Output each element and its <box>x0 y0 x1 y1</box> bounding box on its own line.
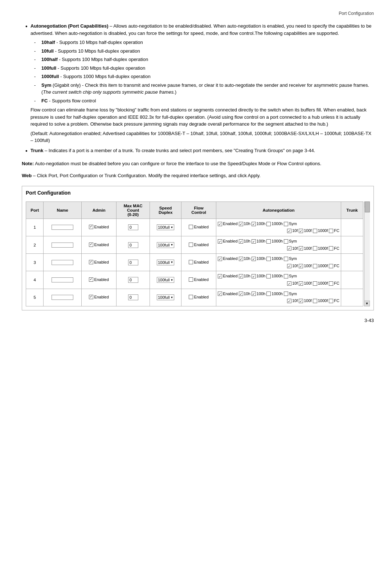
cell-max-mac[interactable]: 0 <box>117 236 150 254</box>
cell-autoneg[interactable]: Enabled 10h 100h 1000h Sym 10f 100f 1000… <box>216 219 341 236</box>
col-max-mac: Max MACCount(0-20) <box>117 201 150 219</box>
col-admin: Admin <box>82 201 117 219</box>
cell-autoneg[interactable]: Enabled 10h 100h 1000h Sym 10f 100f 1000… <box>216 289 341 306</box>
cell-admin[interactable]: Enabled <box>82 289 117 306</box>
bullet-autoneg-content: Autonegotiation (Port Capabilities) – Al… <box>30 23 374 144</box>
cell-admin[interactable]: Enabled <box>82 219 117 236</box>
cell-admin[interactable]: Enabled <box>82 271 117 289</box>
sub-item-fc: - FC - Supports flow control <box>34 97 374 105</box>
sub-capabilities-list: - 10half - Supports 10 Mbps half-duplex … <box>30 39 374 104</box>
scrollbar-thumb[interactable] <box>365 201 370 212</box>
table-header-row: Port Name Admin Max MACCount(0-20) Speed… <box>26 201 363 219</box>
table-row: 4 Enabled0100full ▼ Enabled Enabled 10h … <box>26 271 363 289</box>
cell-name[interactable] <box>44 289 82 306</box>
col-autoneg: Autonegotiation <box>216 201 341 219</box>
cell-name[interactable] <box>44 254 82 271</box>
sub-item-100full: - 100full - Supports 100 Mbps full-duple… <box>34 65 374 72</box>
bullet-dot: • <box>25 23 30 144</box>
table-wrapper: ▲ ▼ Port Name Admin Max MACCount(0-20) S… <box>26 201 370 306</box>
table-row: 5 Enabled0100full ▼ Enabled Enabled 10h … <box>26 289 363 306</box>
sub-item-1000full: - 1000full - Supports 1000 Mbps full-dup… <box>34 73 374 80</box>
cell-flow-control[interactable]: Enabled <box>181 219 216 236</box>
trunk-bold-label: Trunk <box>30 148 43 153</box>
col-speed-duplex: SpeedDuplex <box>150 201 181 219</box>
cell-admin[interactable]: Enabled <box>82 254 117 271</box>
cell-port: 5 <box>26 289 44 306</box>
web-section: Web – Click Port, Port Configuration or … <box>22 172 374 179</box>
bullet-trunk-content: Trunk – Indicates if a port is a member … <box>30 147 315 155</box>
cell-name[interactable] <box>44 271 82 289</box>
scrollbar-arrow-down[interactable]: ▼ <box>364 301 370 306</box>
cell-speed-duplex[interactable]: 100full ▼ <box>150 271 181 289</box>
page-header-title: Port Configuration <box>339 11 374 16</box>
col-port: Port <box>26 201 44 219</box>
table-row: 1 Enabled0100full ▼ Enabled Enabled 10h … <box>26 219 363 236</box>
page-number-text: 3-43 <box>364 318 374 323</box>
bullet-trunk: • Trunk – Indicates if a port is a membe… <box>22 147 374 155</box>
cell-max-mac[interactable]: 0 <box>117 289 150 306</box>
scrollbar[interactable]: ▲ ▼ <box>364 201 370 306</box>
cell-trunk <box>341 271 363 289</box>
cell-autoneg[interactable]: Enabled 10h 100h 1000h Sym 10f 100f 1000… <box>216 254 341 271</box>
bullet-section: • Autonegotiation (Port Capabilities) – … <box>22 23 374 155</box>
bullet-trunk-dot: • <box>25 147 30 155</box>
cell-speed-duplex[interactable]: 100full ▼ <box>150 289 181 306</box>
cell-speed-duplex[interactable]: 100full ▼ <box>150 219 181 236</box>
sub-item-sym: - Sym (Gigabit only) - Check this item t… <box>34 82 374 96</box>
cell-flow-control[interactable]: Enabled <box>181 254 216 271</box>
cell-trunk <box>341 236 363 254</box>
port-config-table: Port Name Admin Max MACCount(0-20) Speed… <box>26 201 363 306</box>
fc-default: (Default: Autonegotiation enabled; Adver… <box>30 130 374 144</box>
cell-trunk <box>341 254 363 271</box>
note-section: Note: Auto-negotiation must be disabled … <box>22 160 374 167</box>
col-name: Name <box>44 201 82 219</box>
cell-flow-control[interactable]: Enabled <box>181 271 216 289</box>
cell-port: 1 <box>26 219 44 236</box>
col-trunk: Trunk <box>341 201 363 219</box>
sub-item-10half: - 10half - Supports 10 Mbps half-duplex … <box>34 39 374 46</box>
cell-name[interactable] <box>44 236 82 254</box>
table-row: 2 Enabled0100full ▼ Enabled Enabled 10h … <box>26 236 363 254</box>
cell-port: 2 <box>26 236 44 254</box>
web-text: – Click Port, Port Configuration or Trun… <box>32 173 261 178</box>
table-container: Port Configuration ▲ ▼ Port Name Admin M… <box>22 186 374 310</box>
trunk-text: – Indicates if a port is a member of a t… <box>43 148 315 153</box>
cell-speed-duplex[interactable]: 100full ▼ <box>150 254 181 271</box>
web-label: Web <box>22 173 32 178</box>
cell-trunk <box>341 219 363 236</box>
cell-max-mac[interactable]: 0 <box>117 219 150 236</box>
page-header: Port Configuration <box>22 11 374 16</box>
cell-name[interactable] <box>44 219 82 236</box>
cell-autoneg[interactable]: Enabled 10h 100h 1000h Sym 10f 100f 1000… <box>216 236 341 254</box>
cell-trunk <box>341 289 363 306</box>
cell-port: 3 <box>26 254 44 271</box>
col-flow-control: FlowControl <box>181 201 216 219</box>
cell-admin[interactable]: Enabled <box>82 236 117 254</box>
sub-item-100half: - 100half - Supports 100 Mbps half-duple… <box>34 56 374 63</box>
table-row: 3 Enabled0100full ▼ Enabled Enabled 10h … <box>26 254 363 271</box>
fc-description: Flow control can eliminate frame loss by… <box>30 106 374 128</box>
bullet-autoneg: • Autonegotiation (Port Capabilities) – … <box>22 23 374 144</box>
autoneg-bold-label: Autonegotiation (Port Capabilities) <box>30 23 109 29</box>
cell-port: 4 <box>26 271 44 289</box>
cell-max-mac[interactable]: 0 <box>117 254 150 271</box>
note-label: Note: <box>22 161 34 166</box>
table-title: Port Configuration <box>26 190 370 197</box>
cell-autoneg[interactable]: Enabled 10h 100h 1000h Sym 10f 100f 1000… <box>216 271 341 289</box>
cell-speed-duplex[interactable]: 100full ▼ <box>150 236 181 254</box>
note-text: Auto-negotiation must be disabled before… <box>35 161 321 166</box>
cell-max-mac[interactable]: 0 <box>117 271 150 289</box>
cell-flow-control[interactable]: Enabled <box>181 236 216 254</box>
page-number: 3-43 <box>22 318 374 323</box>
sub-item-10full: - 10full - Supports 10 Mbps full-duplex … <box>34 48 374 55</box>
cell-flow-control[interactable]: Enabled <box>181 289 216 306</box>
